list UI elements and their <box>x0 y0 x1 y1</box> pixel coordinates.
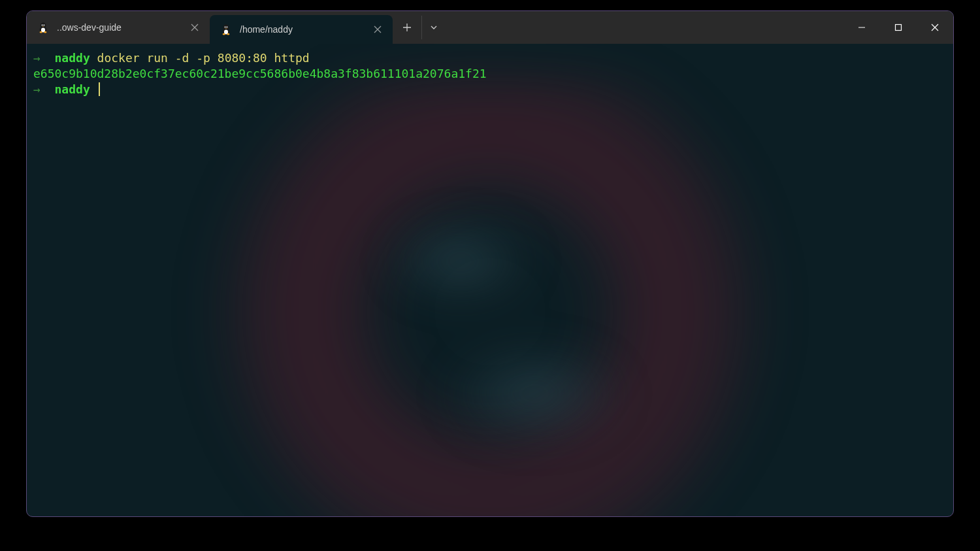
svg-point-17 <box>227 33 229 35</box>
tux-icon <box>220 24 232 35</box>
prompt-arrow: → <box>33 82 41 96</box>
terminal-line: e650c9b10d28b2e0cf37ec60c21be9cc5686b0e4… <box>33 66 947 82</box>
svg-point-5 <box>42 25 42 25</box>
minimize-button[interactable] <box>843 11 880 44</box>
tab-title: ..ows-dev-guide <box>57 22 182 33</box>
svg-point-6 <box>44 25 44 25</box>
output-text: e650c9b10d28b2e0cf37ec60c21be9cc5686b0e4… <box>33 67 487 80</box>
prompt-arrow: → <box>33 51 41 65</box>
prompt-host: naddy <box>55 82 90 96</box>
maximize-button[interactable] <box>880 11 917 44</box>
terminal-background-art <box>27 44 953 516</box>
tab-dropdown-button[interactable] <box>421 16 445 39</box>
tab-title: /home/naddy <box>240 24 365 35</box>
terminal-window: ..ows-dev-guide <box>26 10 954 517</box>
terminal-body[interactable]: → naddy docker run -d -p 8080:80 httpd e… <box>27 44 953 516</box>
titlebar: ..ows-dev-guide <box>27 11 953 44</box>
svg-point-16 <box>223 33 225 35</box>
window-controls <box>843 11 953 44</box>
tabs-container: ..ows-dev-guide <box>27 11 445 44</box>
command-text: docker run -d -p 8080:80 httpd <box>97 51 310 65</box>
new-tab-button[interactable] <box>395 16 419 39</box>
tux-icon <box>37 22 49 33</box>
tab-inactive[interactable]: ..ows-dev-guide <box>27 13 210 42</box>
svg-point-15 <box>227 27 227 27</box>
svg-point-7 <box>40 31 42 33</box>
tab-active[interactable]: /home/naddy <box>210 15 393 44</box>
svg-rect-18 <box>896 25 902 31</box>
close-icon[interactable] <box>190 23 199 32</box>
prompt-host: naddy <box>55 51 90 65</box>
terminal-line: → naddy <box>33 82 947 97</box>
svg-point-14 <box>225 27 225 27</box>
close-icon[interactable] <box>373 25 382 34</box>
svg-point-8 <box>44 31 46 33</box>
terminal-line: → naddy docker run -d -p 8080:80 httpd <box>33 50 947 66</box>
close-window-button[interactable] <box>917 11 953 44</box>
cursor <box>99 82 100 96</box>
